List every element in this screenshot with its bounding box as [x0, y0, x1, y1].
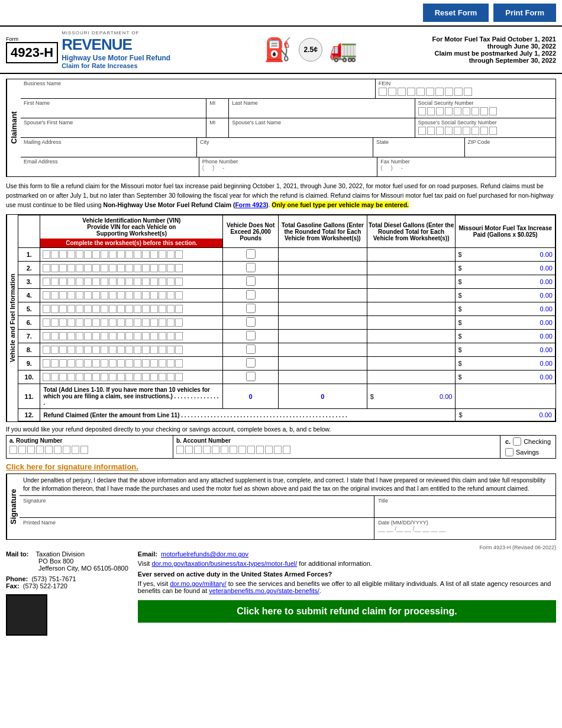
row-number: 3. [18, 275, 40, 289]
title-input[interactable] [378, 504, 552, 516]
gasoline-input[interactable] [281, 290, 364, 301]
exceed-checkbox-cell[interactable] [223, 357, 279, 371]
gasoline-input[interactable] [281, 344, 364, 355]
diesel-cell[interactable] [367, 275, 456, 289]
visit-text: Visit [138, 560, 152, 567]
gasoline-cell[interactable] [278, 330, 367, 343]
phone-label: Phone: [6, 575, 28, 582]
gasoline-cell[interactable] [278, 289, 367, 302]
gasoline-input[interactable] [281, 358, 364, 369]
mi-input[interactable] [209, 106, 225, 117]
exceed-checkbox[interactable] [246, 290, 256, 299]
diesel-cell[interactable] [367, 330, 456, 343]
mailing-address-input[interactable] [24, 145, 193, 156]
diesel-cell[interactable] [367, 357, 456, 371]
exceed-checkbox[interactable] [246, 249, 256, 259]
exceed-checkbox[interactable] [246, 344, 256, 354]
spouse-first-input[interactable] [24, 125, 203, 136]
spouse-mi-input[interactable] [209, 125, 225, 136]
exceed-checkbox-cell[interactable] [223, 371, 279, 384]
line-11-num: 11. [18, 384, 40, 409]
exceed-checkbox[interactable] [246, 276, 256, 286]
exceed-checkbox-cell[interactable] [223, 316, 279, 330]
last-name-input[interactable] [232, 106, 411, 117]
email-input[interactable] [24, 165, 196, 175]
gasoline-input[interactable] [281, 249, 364, 260]
signature-info-link[interactable]: Click here for signature information. [6, 462, 138, 471]
gasoline-cell[interactable] [278, 371, 367, 384]
exceed-checkbox[interactable] [246, 358, 256, 368]
gasoline-input[interactable] [281, 372, 364, 382]
date-label: Date (MM/DD/YYYY) [378, 520, 552, 526]
exceed-checkbox[interactable] [246, 317, 256, 327]
exceed-checkbox-cell[interactable] [223, 343, 279, 357]
business-name-input[interactable] [24, 86, 372, 97]
diesel-cell[interactable] [367, 302, 456, 316]
diesel-input[interactable] [370, 344, 453, 355]
form-4923-link[interactable]: Form 4923 [235, 201, 266, 208]
zip-input[interactable] [468, 145, 553, 156]
exceed-checkbox[interactable] [246, 304, 256, 313]
diesel-input[interactable] [370, 317, 453, 328]
diesel-input[interactable] [370, 304, 453, 314]
diesel-input[interactable] [370, 263, 453, 273]
savings-checkbox[interactable] [505, 448, 513, 456]
diesel-cell[interactable] [367, 316, 456, 330]
exceed-checkbox-cell[interactable] [223, 302, 279, 316]
gasoline-input[interactable] [281, 331, 364, 342]
diesel-cell[interactable] [367, 289, 456, 302]
diesel-input[interactable] [370, 276, 453, 287]
diesel-input[interactable] [370, 358, 453, 369]
gasoline-cell[interactable] [278, 262, 367, 275]
gasoline-cell[interactable] [278, 275, 367, 289]
email-link[interactable]: motorfuelrefunds@dor.mo.gov [161, 550, 248, 558]
gasoline-cell[interactable] [278, 357, 367, 371]
diesel-cell[interactable] [367, 371, 456, 384]
spouse-last-input[interactable] [232, 125, 411, 136]
exceed-checkbox-cell[interactable] [223, 262, 279, 275]
diesel-cell[interactable] [367, 262, 456, 275]
gasoline-input[interactable] [281, 317, 364, 328]
penalty-text: Under penalties of perjury, I declare th… [20, 474, 555, 496]
gasoline-input[interactable] [281, 304, 364, 314]
vehicle-row: 7.$0.00 [18, 330, 555, 343]
exceed-checkbox[interactable] [246, 263, 256, 272]
gasoline-input[interactable] [281, 276, 364, 287]
diesel-input[interactable] [370, 331, 453, 342]
exceed-checkbox-cell[interactable] [223, 289, 279, 302]
military-link[interactable]: dor.mo.gov/military/ [170, 580, 226, 587]
gasoline-cell[interactable] [278, 302, 367, 316]
city-input[interactable] [200, 145, 370, 156]
diesel-cell[interactable] [367, 248, 456, 262]
state-input[interactable] [376, 145, 461, 156]
printed-name-input[interactable] [23, 526, 370, 537]
first-name-input[interactable] [24, 106, 203, 117]
gasoline-cell[interactable] [278, 248, 367, 262]
exceed-checkbox[interactable] [246, 372, 256, 381]
diesel-cell[interactable] [367, 343, 456, 357]
tax-amount-cell: $0.00 [456, 316, 555, 330]
signature-input[interactable] [23, 504, 370, 516]
submit-button[interactable]: Click here to submit refund claim for pr… [138, 600, 556, 623]
diesel-input[interactable] [370, 290, 453, 301]
gasoline-cell[interactable] [278, 343, 367, 357]
print-button[interactable]: Print Form [493, 4, 556, 22]
exceed-checkbox-cell[interactable] [223, 330, 279, 343]
diesel-input[interactable] [370, 372, 453, 382]
exceed-checkbox[interactable] [246, 331, 256, 340]
checking-checkbox[interactable] [513, 437, 521, 446]
fax-num: (573) 522-1720 [23, 582, 67, 590]
ssn-box [463, 107, 470, 115]
spouse-first-label: Spouse's First Name [24, 120, 203, 125]
gasoline-input[interactable] [281, 263, 364, 273]
exceed-checkbox-cell[interactable] [223, 275, 279, 289]
gasoline-cell[interactable] [278, 316, 367, 330]
reset-button[interactable]: Reset Form [423, 4, 489, 22]
date-info1: For Motor Fuel Tax Paid October 1, 2021 [432, 36, 556, 43]
veteran-link[interactable]: veteranbenefits.mo.gov/state-benefits/ [209, 587, 319, 594]
diesel-input[interactable] [370, 249, 453, 260]
exceed-checkbox-cell[interactable] [223, 248, 279, 262]
qr-code [6, 594, 47, 636]
visit-link[interactable]: dor.mo.gov/taxation/business/tax-types/m… [151, 560, 297, 567]
row-number: 7. [18, 330, 40, 343]
